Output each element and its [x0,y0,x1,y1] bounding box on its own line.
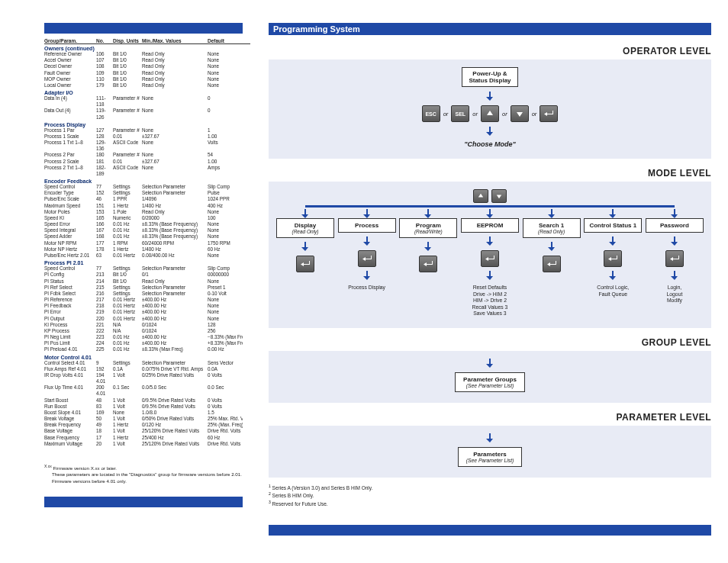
enter-key[interactable] [540,105,558,122]
table-group-heading: Motor Control 4.01 [44,355,250,360]
mode-item: Display(Read Only) [276,218,334,317]
fn2: Series B HIM Only. [272,494,314,499]
table-row: Process 1 Par127Parameter #None1 [44,127,250,134]
arrow-down-icon [671,236,678,246]
arrow-down-icon [424,242,432,252]
table-row: Run Boost831 Volt0/9.5% Drive Rated Volt… [44,404,250,410]
table-row: PI Feedback2180.01 Hertz±400.00 HzNone [44,303,250,309]
up-key[interactable] [481,105,499,122]
enter-key[interactable] [665,250,684,267]
table-row: Start Boost481 Volt0/9.5% Drive Rated Vo… [44,397,250,404]
key-row: ESCor SELor or or [422,105,559,122]
table-row: IR Drop Volts 4.01194 4.011 Volt0/25% Dr… [44,372,250,384]
group-level-heading: GROUP LEVEL [269,337,711,348]
table-row: Encoder Type152SettingsSelection Paramet… [44,190,250,196]
arrow-down-icon [609,236,617,246]
enter-key[interactable] [419,256,437,272]
mode-level-heading: MODE LEVEL [269,168,711,179]
table-row: Speed Control77SettingsSelection Paramet… [44,184,250,190]
table-row: Fault Owner109Bit 1/0Read OnlyNone [44,70,250,76]
enter-key[interactable] [358,250,376,267]
mode-item: Program(Read/Write) [399,218,457,317]
operator-level-region: Power-Up &Status Display ESCor SELor or … [269,60,711,159]
table-row: PI Reference2170.01 Hertz±400.00 HzNone [44,297,250,303]
mode-sublabel: Reset DefaultsDrive -> HIM 2HIM -> Drive… [472,285,508,317]
choose-mode-label: "Choose Mode" [464,140,516,148]
sel-key[interactable]: SEL [451,105,469,122]
fn1: Series A (Version 3.0) and Series B HIM … [272,485,373,491]
table-row: Speed Adder1680.01 Hz±8.33% (Base Freque… [44,233,250,240]
table-row: Maximum Speed1511 Hertz1/400 Hz400 Hz [44,203,250,209]
table-body: Owners (continued)Reference Owner106Bit … [44,46,250,447]
table-group-heading: Encoder Feedback [44,179,250,184]
group-level-region: Parameter Groups (See Parameter List) [269,351,711,403]
arrow-down-icon [363,271,371,281]
mode-item: Search 1(Read Only) [523,218,581,317]
arrow-down-icon [363,236,371,246]
table-row: Process 2 Txt 1–8182-189ASCII CodeNoneAm… [44,165,250,177]
table-row: Decel Owner108Bit 1/0Read OnlyNone [44,63,250,69]
table-row: Speed Error1660.01 Hz±8.33% (Base Freque… [44,221,250,227]
table-row: Pulse/Enc Scale461 PPR1/40961024 PPR [44,196,250,202]
table-row: Local Owner179Bit 1/0Read OnlyNone [44,82,250,88]
table-row: Pulse/Enc Hertz 2.01630.01 Hertz0.00/400… [44,253,250,259]
table-group-heading: Process Display [44,122,250,127]
table-row: Speed KI165Numeric0/20000100 [44,215,250,221]
table-row: Base Frequency171 Hertz25/400 Hz60 Hz [44,435,250,441]
col-default: Default [208,38,243,43]
table-group-heading: Owners (continued) [44,46,250,51]
parameter-groups-box: Parameter Groups (See Parameter List) [455,372,525,392]
table-row: Data Out (4)119-126Parameter #None0 [44,108,250,120]
parameter-table-panel: Group/Param. No. Disp. Units Min./Max. V… [0,0,259,545]
table-row: Process 2 Scale1810.01±327.671.00 [44,159,250,165]
table-row: Break Frequency491 Hertz0/120 Hz25% (Max… [44,422,250,428]
table-row: Flux Up Time 4.01200 4.010.1 Sec0.0/5.0 … [44,384,250,397]
table-row: Process 1 Txt 1–8129-136ASCII CodeNoneVo… [44,140,250,152]
programming-system-header: Programming System [269,23,711,35]
arrow-down-icon [609,271,617,281]
table-row: Base Voltage181 Volt25/120% Drive Rated … [44,428,250,434]
left-footnotes: X.xx Firmware version X.xx or later. The… [44,464,250,484]
mode-sublabel: Control Logic,Fault Queue [597,285,629,298]
mode-box: Password [646,218,704,233]
arrow-down-icon [548,242,556,252]
table-row: Reference Owner106Bit 1/0Read OnlyNone [44,51,250,57]
down-key[interactable] [491,189,507,203]
arrow-down-icon [486,236,494,246]
arrow-down-icon [486,433,494,442]
table-row: MOP Owner110Bit 1/0Read OnlyNone [44,76,250,82]
esc-key[interactable]: ESC [422,105,440,122]
right-footer-bar [269,525,711,536]
table-row: Motor NP RPM1771 RPM60/24000 RPM1750 RPM [44,240,250,246]
table-row: Motor NP Hertz1781 Hertz1/400 Hz60 Hz [44,246,250,253]
table-row: Speed Control77SettingsSelection Paramet… [44,265,250,272]
table-row: PI Pos Limit2240.01 Hz±400.00 Hz+8.33% (… [44,340,250,346]
fn-fw401: Firmware versions before 4.01 only. [52,478,250,484]
col-no: No. [96,38,113,43]
table-row: KP Process222N/A0/1024256 [44,328,250,334]
enter-key[interactable] [543,256,561,272]
col-minmax: Min./Max. Values [142,38,208,43]
table-row: PI Fdbk Select216SettingsSelection Param… [44,291,250,297]
table-row: Boost Slope 4.01169None1.0/8.01.5 [44,410,250,416]
table-row: PI Preload 4.012250.01 Hz±8.33% (Max Fre… [44,346,250,352]
table-row: Speed Integral1670.01 Hz±8.33% (Base Fre… [44,227,250,233]
programming-system-title: Programming System [273,24,360,34]
mode-lane: Display(Read Only)ProcessProcess Display… [276,218,704,317]
mode-sublabel: Login,LogoutModify [667,285,683,304]
up-key[interactable] [473,189,488,203]
operator-level-heading: OPERATOR LEVEL [269,46,711,56]
enter-key[interactable] [481,250,499,267]
mode-item: PasswordLogin,LogoutModify [646,218,704,317]
down-key[interactable] [511,105,529,122]
table-row: Motor Poles1531 PoleRead OnlyNone [44,209,250,215]
arrow-down-icon [486,359,494,368]
table-row: Process 2 Par180Parameter #None54 [44,152,250,158]
table-row: Data In (4)111-118Parameter #None0 [44,95,250,108]
table-row: PI Neg Limit2230.01 Hz±400.00 Hz−8.33% (… [44,334,250,340]
arrow-down-icon [486,127,494,136]
table-row: PI Error2190.01 Hertz±400.00 HzNone [44,309,250,315]
enter-key[interactable] [604,250,622,267]
mode-item: Control Status 1Control Logic,Fault Queu… [584,218,642,317]
enter-key[interactable] [296,256,314,272]
